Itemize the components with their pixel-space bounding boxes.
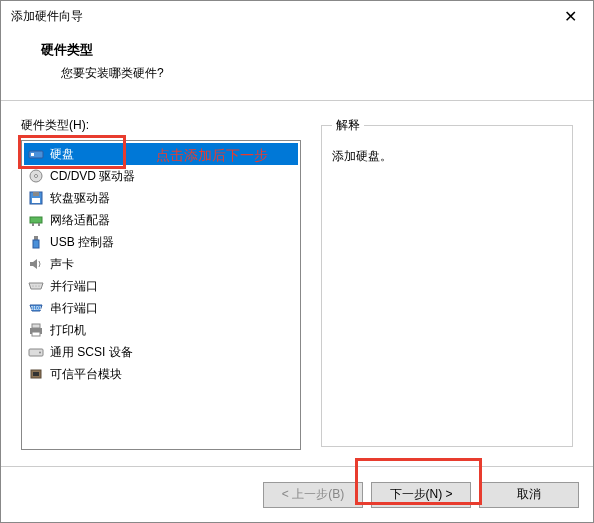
svg-rect-10 <box>34 236 38 240</box>
svg-rect-6 <box>32 198 40 203</box>
tpm-icon <box>28 366 44 382</box>
list-item-label: USB 控制器 <box>50 234 114 251</box>
svg-rect-19 <box>32 324 40 328</box>
svg-rect-7 <box>30 217 42 223</box>
printer-icon <box>28 322 44 338</box>
svg-rect-5 <box>33 192 39 196</box>
svg-rect-11 <box>33 240 39 248</box>
svg-rect-8 <box>32 223 34 226</box>
list-item-scsi[interactable]: 通用 SCSI 设备 <box>24 341 298 363</box>
hardware-type-label: 硬件类型(H): <box>21 117 301 134</box>
list-item-floppy[interactable]: 软盘驱动器 <box>24 187 298 209</box>
explanation-text: 添加硬盘。 <box>332 148 562 165</box>
close-button[interactable]: ✕ <box>548 1 593 31</box>
list-item-printer[interactable]: 打印机 <box>24 319 298 341</box>
dialog-title: 添加硬件向导 <box>11 8 83 25</box>
svg-point-23 <box>39 352 41 354</box>
svg-rect-1 <box>31 153 34 156</box>
serial-port-icon: 0101 <box>28 300 44 316</box>
list-item-label: 硬盘 <box>50 146 74 163</box>
cancel-button[interactable]: 取消 <box>479 482 579 508</box>
svg-rect-25 <box>33 372 39 376</box>
svg-point-3 <box>35 175 38 178</box>
list-item-network[interactable]: 网络适配器 <box>24 209 298 231</box>
explanation-panel: 解释 添加硬盘。 <box>321 117 573 450</box>
svg-text:0101: 0101 <box>30 305 41 311</box>
list-item-label: 并行端口 <box>50 278 98 295</box>
svg-point-16 <box>39 286 40 287</box>
svg-rect-9 <box>38 223 40 226</box>
floppy-icon <box>28 190 44 206</box>
list-item-cd[interactable]: CD/DVD 驱动器 <box>24 165 298 187</box>
hardware-type-panel: 硬件类型(H): 硬盘 CD/DVD 驱动器 软盘驱动器 网络适配器 <box>21 117 301 450</box>
header-title: 硬件类型 <box>41 41 563 59</box>
network-icon <box>28 212 44 228</box>
list-item-tpm[interactable]: 可信平台模块 <box>24 363 298 385</box>
content-area: 硬件类型(H): 硬盘 CD/DVD 驱动器 软盘驱动器 网络适配器 <box>1 101 593 466</box>
list-item-label: 网络适配器 <box>50 212 110 229</box>
list-item-label: 通用 SCSI 设备 <box>50 344 133 361</box>
usb-icon <box>28 234 44 250</box>
list-item-usb[interactable]: USB 控制器 <box>24 231 298 253</box>
list-item-label: 打印机 <box>50 322 86 339</box>
back-button: < 上一步(B) <box>263 482 363 508</box>
header: 硬件类型 您要安装哪类硬件? <box>1 31 593 101</box>
explanation-legend: 解释 <box>332 117 364 134</box>
list-item-serial[interactable]: 0101 串行端口 <box>24 297 298 319</box>
hardware-type-list[interactable]: 硬盘 CD/DVD 驱动器 软盘驱动器 网络适配器 USB 控制器 <box>21 140 301 450</box>
svg-point-14 <box>33 286 34 287</box>
list-item-parallel[interactable]: 并行端口 <box>24 275 298 297</box>
svg-marker-12 <box>30 259 37 269</box>
explanation-fieldset: 解释 添加硬盘。 <box>321 117 573 447</box>
svg-rect-21 <box>32 332 40 336</box>
cd-icon <box>28 168 44 184</box>
list-item-label: 声卡 <box>50 256 74 273</box>
next-button[interactable]: 下一步(N) > <box>371 482 471 508</box>
list-item-sound[interactable]: 声卡 <box>24 253 298 275</box>
list-item-label: 串行端口 <box>50 300 98 317</box>
header-subtitle: 您要安装哪类硬件? <box>61 65 563 82</box>
list-item-label: CD/DVD 驱动器 <box>50 168 135 185</box>
svg-point-15 <box>36 286 37 287</box>
titlebar: 添加硬件向导 ✕ <box>1 1 593 31</box>
sound-icon <box>28 256 44 272</box>
list-item-label: 软盘驱动器 <box>50 190 110 207</box>
footer: < 上一步(B) 下一步(N) > 取消 <box>1 466 593 522</box>
scsi-icon <box>28 344 44 360</box>
disk-icon <box>28 146 44 162</box>
list-item-label: 可信平台模块 <box>50 366 122 383</box>
parallel-port-icon <box>28 278 44 294</box>
add-hardware-wizard-dialog: 添加硬件向导 ✕ 硬件类型 您要安装哪类硬件? 硬件类型(H): 硬盘 CD/D… <box>0 0 594 523</box>
list-item-disk[interactable]: 硬盘 <box>24 143 298 165</box>
